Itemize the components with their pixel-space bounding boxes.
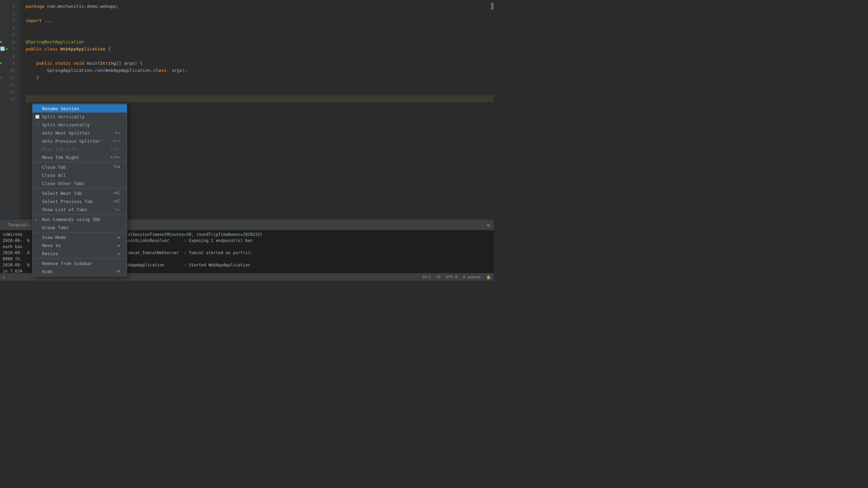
checkmark-icon: ✓ xyxy=(35,217,37,222)
code-line-10: SpringApplication.run(WebAppApplication.… xyxy=(26,67,494,74)
menu-item-label: Resize xyxy=(42,251,58,256)
code-line-6: @SpringBootApplication xyxy=(26,38,494,45)
menu-item-label: View Mode xyxy=(42,235,66,240)
menu-shortcut: ⌥→ xyxy=(115,130,120,135)
line-num-5: 5 xyxy=(0,31,18,38)
code-line-3: import ... xyxy=(26,17,494,24)
menu-item-label: Select Previous Tab xyxy=(42,199,93,204)
status-encoding[interactable]: UTF-8 xyxy=(446,275,457,279)
menu-item-remove-from-sidebar[interactable]: Remove from Sidebar xyxy=(33,259,127,267)
menu-item-rename-session[interactable]: Rename Session xyxy=(33,104,127,113)
menu-shortcut: ⇧⌘ xyxy=(115,269,120,274)
menu-item-label: Close Tab xyxy=(42,165,66,170)
menu-item-select-prev-tab[interactable]: Select Previous Tab ⇧⌘[ xyxy=(33,197,127,205)
menu-separator-2 xyxy=(33,188,127,188)
status-right: 14:1 LF UTF-8 4 spaces 🔒 xyxy=(422,275,491,279)
menu-item-label: Goto Next Splitter xyxy=(42,130,90,136)
scroll-indicator[interactable] xyxy=(491,3,494,9)
menu-item-label: Split Horizontally xyxy=(42,122,90,127)
menu-item-label: Close All xyxy=(42,173,66,178)
menu-item-select-next-tab[interactable]: Select Next Tab ⇧⌘] xyxy=(33,189,127,197)
menu-item-label: Select Next Tab xyxy=(42,191,82,196)
line-num-11: ⊟ 11 xyxy=(0,74,18,81)
menu-item-label: Remove from Sidebar xyxy=(42,261,93,266)
code-line-13 xyxy=(26,88,494,95)
status-position[interactable]: 14:1 xyxy=(422,275,431,279)
status-lock-icon: 🔒 xyxy=(486,275,491,279)
menu-item-goto-prev-splitter[interactable]: Goto Previous Splitter ⌥⇧→ xyxy=(33,137,127,145)
menu-item-label: Move Tab Left xyxy=(42,147,77,152)
menu-item-split-vertically[interactable]: ⬜ Split Vertically xyxy=(33,113,127,121)
menu-separator-3 xyxy=(33,214,127,215)
code-line-8 xyxy=(26,53,494,60)
menu-item-split-horizontally[interactable]: ⬛ Split Horizontally xyxy=(33,121,127,129)
context-menu: Rename Session ⬜ Split Vertically ⬛ Spli… xyxy=(32,103,127,277)
submenu-arrow-icon: ▶ xyxy=(118,236,120,239)
line-num-6: ▶ 6 xyxy=(0,38,18,45)
menu-item-move-tab-right[interactable]: Move Tab Right ⌥⇧⌘→ xyxy=(33,153,127,161)
line-num-10: 10 xyxy=(0,67,18,74)
line-num-8: 8 xyxy=(0,53,18,60)
status-left: □ xyxy=(3,275,5,279)
terminal-label: Terminal: xyxy=(4,220,35,230)
line-num-14: 14 xyxy=(0,95,18,102)
menu-shortcut: ↑↓ xyxy=(115,207,120,212)
code-line-11: } xyxy=(26,74,494,81)
code-line-4 xyxy=(26,24,494,31)
status-icon: □ xyxy=(3,275,5,279)
line-num-7: 🔄▶ 7 xyxy=(0,45,18,53)
menu-shortcut: ⇧⌘] xyxy=(113,191,120,196)
line-num-2: 2 xyxy=(0,10,18,17)
menu-shortcut: ⌥⇧⌘← xyxy=(110,147,120,151)
status-indent[interactable]: 4 spaces xyxy=(463,275,481,279)
line-num-9: ▶ 9 xyxy=(0,60,18,67)
submenu-arrow-icon: ▶ xyxy=(118,252,120,256)
split-vertical-icon: ⬜ xyxy=(35,114,40,119)
code-line-12 xyxy=(26,81,494,88)
menu-item-move-to[interactable]: Move to ▶ xyxy=(33,241,127,249)
menu-item-label: Split Vertically xyxy=(42,114,84,119)
menu-item-hide[interactable]: Hide ⇧⌘ xyxy=(33,267,127,276)
menu-item-group-tabs[interactable]: Group Tabs xyxy=(33,223,127,231)
menu-item-goto-next-splitter[interactable]: Goto Next Splitter ⌥→ xyxy=(33,129,127,137)
menu-item-label: Move to xyxy=(42,243,61,248)
menu-item-show-list-tabs[interactable]: Show List of Tabs ↑↓ xyxy=(33,205,127,214)
status-line-ending[interactable]: LF xyxy=(436,275,441,279)
split-horizontal-icon: ⬛ xyxy=(35,122,40,127)
menu-item-label: Group Tabs xyxy=(42,225,68,230)
line-num-3: 3 xyxy=(0,17,18,24)
menu-shortcut: ⌥⇧⌘→ xyxy=(110,155,120,160)
line-num-12: 12 xyxy=(0,81,18,88)
terminal-icons: ⚙ xyxy=(487,223,490,228)
menu-item-resize[interactable]: Resize ▶ xyxy=(33,249,127,258)
menu-separator-1 xyxy=(33,162,127,162)
menu-shortcut: ⌥⇧→ xyxy=(113,139,120,143)
code-line-14 xyxy=(26,95,494,102)
submenu-arrow-icon: ▶ xyxy=(118,244,120,247)
menu-separator-5 xyxy=(33,258,127,259)
menu-item-move-tab-left[interactable]: Move Tab Left ⌥⇧⌘← xyxy=(33,145,127,153)
terminal-label-text: Terminal: xyxy=(8,223,30,227)
code-line-5 xyxy=(26,31,494,38)
menu-item-label: Rename Session xyxy=(42,106,79,111)
menu-shortcut: ⇧⌘[ xyxy=(113,199,120,204)
code-line-9: public static void main(String[] args) { xyxy=(26,60,494,67)
menu-item-close-tab[interactable]: Close Tab ⌃F4 xyxy=(33,163,127,171)
line-numbers: 1 2 3 4 5 ▶ 6 🔄▶ 7 8 ▶ 9 10 ⊟ 11 12 13 1… xyxy=(0,0,20,220)
code-line-7: public class WebAppApplication { xyxy=(26,45,494,53)
menu-shortcut: ⌃F4 xyxy=(113,165,120,169)
menu-separator-4 xyxy=(33,232,127,232)
menu-item-close-all[interactable]: Close All xyxy=(33,171,127,179)
gear-icon[interactable]: ⚙ xyxy=(487,223,490,228)
menu-item-label: Show List of Tabs xyxy=(42,207,87,212)
line-num-1: 1 xyxy=(0,3,18,10)
menu-item-label: Hide xyxy=(42,269,53,274)
code-line-2 xyxy=(26,10,494,17)
menu-item-label: Run Commands using IDE xyxy=(42,217,100,222)
line-num-13: 13 xyxy=(0,88,18,95)
menu-item-run-commands[interactable]: ✓ Run Commands using IDE xyxy=(33,215,127,223)
menu-item-view-mode[interactable]: View Mode ▶ xyxy=(33,233,127,241)
menu-item-label: Move Tab Right xyxy=(42,155,79,160)
menu-item-close-other-tabs[interactable]: Close Other Tabs xyxy=(33,179,127,187)
line-num-4: 4 xyxy=(0,24,18,31)
